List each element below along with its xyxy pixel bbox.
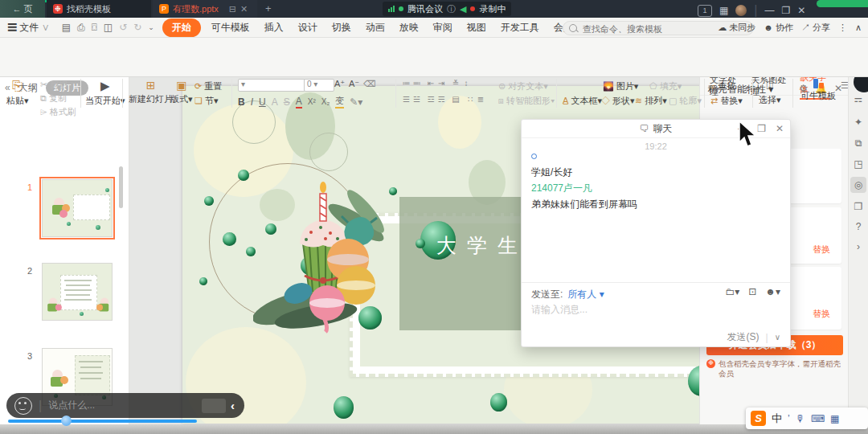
undo-icon[interactable]: ↺ [119,22,127,33]
image-edit-icon[interactable]: ◳ [850,156,866,172]
section-button[interactable]: ❏ 节▾ [194,95,218,107]
chat-close-icon[interactable]: ✕ [776,123,784,134]
back-arrow-icon[interactable]: ← [13,4,22,14]
new-tab-button[interactable]: + [265,2,272,14]
columns-icon[interactable]: ∷ [465,95,476,104]
justify-icon[interactable]: ☴ [437,95,448,104]
menu-item-devtools[interactable]: 开发工具 [493,21,547,35]
smart-effects-icon[interactable]: ✦ [850,114,866,130]
chat-input-placeholder[interactable]: 请输入消息... [531,303,588,317]
align-center-icon[interactable]: ☱ [412,95,423,104]
tab-share-screen-icon[interactable]: ⊟ [229,4,236,14]
sogou-logo-icon[interactable]: S [751,411,766,426]
preview-icon[interactable]: ◫ [104,22,113,33]
fill-button[interactable]: ⬠ 填充▾ [649,80,682,92]
increase-indent-icon[interactable]: ⇥ [437,79,448,88]
strikethrough-button[interactable]: S [284,96,290,108]
to-smartart-button[interactable]: ⧈ 转智能图形▾ [498,95,555,107]
ime-lang-indicator[interactable]: 中 [772,411,782,426]
file-menu[interactable]: ☰ 文件 ∨ [0,21,57,35]
menu-item-view[interactable]: 视图 [460,21,493,35]
screenshot-icon[interactable]: ⊡ [748,286,756,297]
keyboard-icon[interactable]: ⌨ [811,413,825,424]
home-tab[interactable]: ← 页 [0,0,45,18]
font-size-select[interactable]: 0 ▾ [304,79,334,92]
format-painter-button[interactable]: ⌲ 格式刷 [40,106,76,118]
menu-item-transition[interactable]: 切换 [325,21,358,35]
save-icon[interactable]: ▤ [62,22,71,33]
arrange-button[interactable]: ≋ 排列▾ [635,95,667,107]
apps-grid-icon[interactable]: ▦ [719,5,728,16]
clear-format-icon[interactable]: ⌫ [363,79,376,89]
restore-button[interactable]: ❐ [782,5,791,16]
shapes-button[interactable]: ◇ 形状▾ [601,95,635,107]
italic-button[interactable]: I [251,96,253,108]
menu-item-keniu-template[interactable]: 可牛模板 [204,21,257,35]
slide-thumbnail-2[interactable] [42,263,113,321]
danmaku-input-bar[interactable]: | 说点什么... ‹ [6,393,244,418]
print-icon[interactable]: ⌼ [92,22,97,33]
single-window-icon[interactable]: 1 [698,5,712,17]
slide-thumbnail-1[interactable] [42,179,113,237]
replace-font-link[interactable]: 替换 [813,308,830,320]
font-color-button[interactable]: A [296,96,302,108]
tab-docer-templates[interactable]: ❉ 找稻壳模板 [47,0,151,18]
list-level-icon[interactable]: ≣ [476,95,486,104]
emoji-smiley-icon[interactable] [14,397,32,415]
help-icon[interactable]: ? [850,219,866,235]
subscript-button[interactable]: X₂ [321,97,330,106]
sync-status[interactable]: ☁ 未同步 [718,22,755,34]
tab-current-document[interactable]: P 有理数.pptx ⊟ ✕ [153,0,257,18]
underline-button[interactable]: U [259,96,266,108]
menu-item-home[interactable]: 开始 [162,18,201,37]
bullets-icon[interactable]: ≔ [402,79,412,88]
bold-button[interactable]: B [238,96,245,108]
folder-icon[interactable]: 🗀▾ [725,286,739,297]
distribute-icon[interactable]: ▤ [452,95,462,104]
numbering-icon[interactable]: ≕ [412,79,423,88]
collapse-chevron-icon[interactable]: ‹ [231,399,235,412]
info-icon[interactable]: ⓘ [447,3,456,15]
increase-font-icon[interactable]: A⁺ [334,79,345,89]
send-to-select[interactable]: 所有人 ▾ [567,288,604,301]
properties-sliders-icon[interactable]: ⚎ [850,91,866,107]
collapse-strip-icon[interactable]: › [850,239,866,255]
menu-item-design[interactable]: 设计 [291,21,325,35]
copy-button[interactable]: ⧉ 复制 [40,92,76,104]
picture-button[interactable]: 🌄 图片▾ [603,80,638,92]
meeting-chat-window[interactable]: 🗨 聊天 — ❐ ✕ 19:22 学姐/长好 214077卢一凡 弟弟妹妹们能看… [521,119,791,347]
speaker-icon[interactable]: ◀ [460,4,466,14]
paste-button[interactable]: ⎘ 粘贴▾ [6,79,29,107]
highlight-button[interactable]: 变 [335,95,344,108]
menu-item-animation[interactable]: 动画 [358,21,392,35]
member-list-icon[interactable]: ☻▾ [765,286,780,297]
more-icon[interactable]: ⋮ [838,23,847,33]
char-border-button[interactable]: A [272,96,278,108]
danmaku-placeholder[interactable]: 说点什么... [48,399,202,412]
outline-button[interactable]: ▢ 轮廓▾ [669,95,702,107]
select-button[interactable]: ⍗ 选择▾ [759,79,781,106]
reset-button[interactable]: ⟳ 重置 [194,80,222,92]
menu-item-review[interactable]: 审阅 [426,21,460,35]
layout-button[interactable]: ▣ 版式▾ [170,79,193,105]
line-spacing-icon[interactable]: ↕ [462,79,473,88]
text-direction-icon[interactable]: ≚ [452,79,462,88]
font-family-select[interactable]: ▾ [238,79,305,92]
share-button[interactable]: ↗ 分享 [801,22,830,34]
align-right-icon[interactable]: ☲ [427,95,437,104]
new-slide-button[interactable]: ⊞ 新建幻灯片 [129,79,173,105]
keniu-template-button[interactable]: 可牛模板 [800,79,836,102]
replace-button[interactable]: ⇄ 替换▾ [710,95,743,107]
ime-grid-icon[interactable]: ▦ [830,413,839,424]
avatar[interactable] [735,5,747,16]
minimize-button[interactable]: — [765,5,775,16]
ime-punctuation-icon[interactable]: ’ [788,413,790,424]
close-button[interactable]: ✕ [797,5,805,16]
microphone-icon[interactable]: 🎙 [796,413,805,424]
menu-item-slideshow[interactable]: 放映 [392,21,426,35]
smart-features-icon-selected[interactable]: ◎ [850,177,866,193]
menu-item-insert[interactable]: 插入 [257,21,291,35]
collaborate-button[interactable]: ☻ 协作 [764,22,793,34]
find-button[interactable]: ⌕ 查找 [710,80,735,92]
send-button[interactable]: 发送(S) [727,330,760,344]
